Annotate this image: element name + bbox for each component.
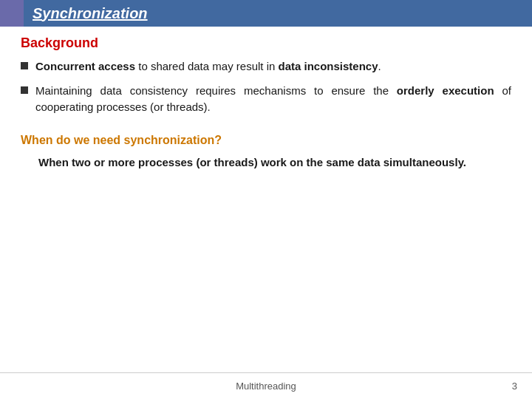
content-area: Background Concurrent access to shared d… xyxy=(21,35,511,369)
bold-text: Concurrent access xyxy=(35,60,135,72)
when-answer-bold: When two or more processes (or threads) … xyxy=(38,156,466,168)
when-heading: When do we need synchronization? xyxy=(21,134,511,147)
bold-text: data inconsistency xyxy=(279,60,378,72)
list-item: Concurrent access to shared data may res… xyxy=(21,58,511,75)
bullet-icon xyxy=(21,86,28,94)
footer-page-number: 3 xyxy=(458,381,517,392)
bullet-icon xyxy=(21,62,28,69)
bullet-text-2: Maintaining data consistency requires me… xyxy=(35,83,511,116)
background-heading: Background xyxy=(21,35,511,51)
title-bar: Synchronization xyxy=(0,0,532,27)
title-bar-main: Synchronization xyxy=(24,0,532,27)
footer: Multithreading 3 xyxy=(0,372,532,399)
title-bar-accent xyxy=(0,0,24,27)
background-section: Background Concurrent access to shared d… xyxy=(21,35,511,116)
when-answer: When two or more processes (or threads) … xyxy=(21,154,511,171)
bold-text: orderly execution xyxy=(397,84,494,97)
when-section: When do we need synchronization? When tw… xyxy=(21,134,511,171)
bullet-text-1: Concurrent access to shared data may res… xyxy=(35,58,511,75)
footer-label: Multithreading xyxy=(236,381,296,392)
slide-title: Synchronization xyxy=(33,5,148,22)
list-item: Maintaining data consistency requires me… xyxy=(21,83,511,116)
bullet-list: Concurrent access to shared data may res… xyxy=(21,58,511,116)
